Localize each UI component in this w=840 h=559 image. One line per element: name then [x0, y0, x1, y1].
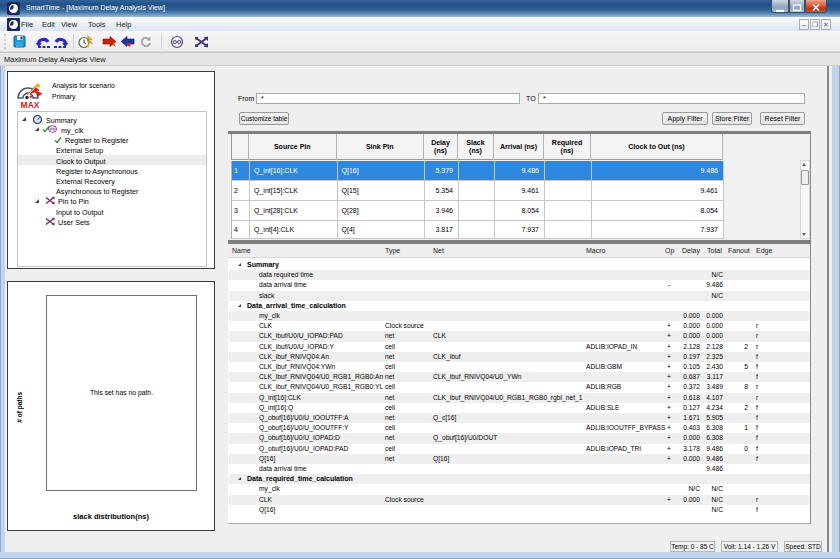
svg-text:MAX: MAX	[21, 100, 40, 109]
